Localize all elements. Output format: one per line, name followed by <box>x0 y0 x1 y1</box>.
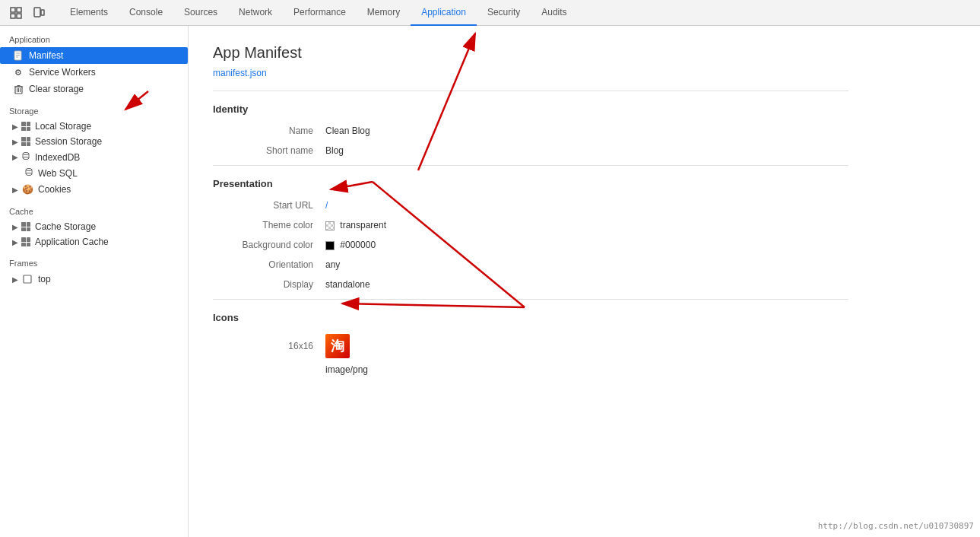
short-name-label: Short name <box>219 145 325 156</box>
web-sql-label: Web SQL <box>38 168 78 179</box>
sidebar-item-session-storage[interactable]: ▶ Session Storage <box>0 134 188 149</box>
inspect-element-button[interactable] <box>6 3 26 23</box>
bg-color-row: Background color #000000 <box>213 240 848 250</box>
svg-point-19 <box>23 157 29 160</box>
sidebar-item-top-frame[interactable]: ▶ top <box>0 271 188 288</box>
manifest-link[interactable]: manifest.json <box>213 68 267 78</box>
grid-icon-app-cache <box>21 237 30 246</box>
devtools-toolbar: Elements Console Sources Network Perform… <box>0 0 980 26</box>
start-url-row: Start URL / <box>213 200 848 211</box>
expand-arrow-app-cache: ▶ <box>12 238 18 246</box>
name-row: Name Clean Blog <box>213 126 848 136</box>
tab-performance[interactable]: Performance <box>283 0 357 26</box>
svg-rect-2 <box>11 14 15 18</box>
display-value: standalone <box>325 279 370 290</box>
svg-rect-4 <box>34 8 40 17</box>
storage-section: Storage ▶ Local Storage ▶ Session Storag… <box>0 100 188 198</box>
svg-point-16 <box>23 153 29 155</box>
sidebar-item-cookies[interactable]: ▶ 🍪 Cookies <box>0 181 188 198</box>
short-name-row: Short name Blog <box>213 145 848 156</box>
clear-storage-label: Clear storage <box>29 84 84 94</box>
name-value: Clean Blog <box>325 126 370 136</box>
grid-icon-cache-storage <box>21 222 30 231</box>
name-label: Name <box>219 126 325 136</box>
cylinder-icon-indexeddb <box>21 151 30 163</box>
svg-rect-24 <box>24 275 31 283</box>
start-url-label: Start URL <box>219 200 325 211</box>
manifest-label: Manifest <box>29 50 63 61</box>
local-storage-label: Local Storage <box>35 121 91 132</box>
icon-type-row: image/png <box>213 364 848 375</box>
black-swatch <box>325 241 335 250</box>
page-title: App Manifest <box>213 44 848 62</box>
transparent-swatch <box>325 221 335 230</box>
orientation-label: Orientation <box>219 259 325 270</box>
icon-size-label: 16x16 <box>219 341 325 351</box>
cookies-label: Cookies <box>38 184 71 195</box>
application-cache-label: Application Cache <box>35 237 109 247</box>
trash-icon <box>12 83 24 95</box>
cylinder-icon-web-sql <box>24 167 33 179</box>
display-label: Display <box>219 279 325 290</box>
grid-icon-local-storage <box>21 122 30 131</box>
expand-arrow-session-storage: ▶ <box>12 138 18 146</box>
svg-point-23 <box>26 173 32 176</box>
svg-rect-1 <box>17 8 21 12</box>
theme-color-row: Theme color transparent <box>213 220 848 230</box>
sidebar-item-manifest[interactable]: Manifest <box>0 47 188 64</box>
icons-section-heading: Icons <box>213 312 848 323</box>
theme-color-value: transparent <box>325 220 386 230</box>
tab-console[interactable]: Console <box>119 0 173 26</box>
expand-arrow-local-storage: ▶ <box>12 122 18 131</box>
service-workers-label: Service Workers <box>29 67 96 78</box>
storage-section-header: Storage <box>0 100 188 119</box>
sidebar-item-web-sql[interactable]: Web SQL <box>0 165 188 181</box>
frame-icon <box>21 273 33 285</box>
short-name-value: Blog <box>325 145 344 156</box>
tab-application[interactable]: Application <box>411 0 477 26</box>
svg-rect-3 <box>17 14 21 18</box>
sidebar-item-application-cache[interactable]: ▶ Application Cache <box>0 234 188 249</box>
presentation-section-heading: Presentation <box>213 178 848 189</box>
tab-network[interactable]: Network <box>228 0 283 26</box>
orientation-value: any <box>325 259 340 270</box>
icon-preview-row: 16x16 淘 <box>213 334 848 358</box>
sidebar-item-local-storage[interactable]: ▶ Local Storage <box>0 119 188 134</box>
cookie-icon: 🍪 <box>21 183 33 195</box>
cache-section: Cache ▶ Cache Storage ▶ Application Cach… <box>0 201 188 249</box>
expand-arrow-cookies: ▶ <box>12 186 18 194</box>
tab-sources[interactable]: Sources <box>173 0 228 26</box>
document-icon <box>12 49 24 62</box>
icon-type-value: image/png <box>325 364 368 375</box>
sidebar-item-cache-storage[interactable]: ▶ Cache Storage <box>0 219 188 234</box>
top-frame-label: top <box>38 274 51 284</box>
devtools-tabs: Elements Console Sources Network Perform… <box>59 0 578 26</box>
cache-section-header: Cache <box>0 201 188 219</box>
svg-rect-5 <box>41 10 44 15</box>
sidebar: Application Manifest ⚙ Service Workers <box>0 26 189 537</box>
toolbar-icon-group <box>6 3 49 23</box>
sidebar-item-indexeddb[interactable]: ▶ IndexedDB <box>0 149 188 165</box>
icon-image: 淘 <box>325 334 350 358</box>
frames-section: Frames ▶ top <box>0 253 188 288</box>
gear-icon: ⚙ <box>12 66 24 78</box>
expand-arrow-cache-storage: ▶ <box>12 223 18 231</box>
tab-audits[interactable]: Audits <box>531 0 577 26</box>
content-area: App Manifest manifest.json Identity Name… <box>189 26 980 537</box>
sidebar-item-clear-storage[interactable]: Clear storage <box>0 81 188 97</box>
display-row: Display standalone <box>213 279 848 290</box>
expand-arrow-top: ▶ <box>12 275 18 284</box>
indexeddb-label: IndexedDB <box>35 152 80 163</box>
main-layout: Application Manifest ⚙ Service Workers <box>0 26 980 537</box>
sidebar-item-service-workers[interactable]: ⚙ Service Workers <box>0 64 188 81</box>
tab-security[interactable]: Security <box>477 0 531 26</box>
device-toggle-button[interactable] <box>29 3 49 23</box>
theme-color-label: Theme color <box>219 220 325 230</box>
bg-color-label: Background color <box>219 240 325 250</box>
identity-section-heading: Identity <box>213 103 848 115</box>
session-storage-label: Session Storage <box>35 136 102 147</box>
expand-arrow-indexeddb: ▶ <box>12 153 18 161</box>
tab-elements[interactable]: Elements <box>59 0 119 26</box>
watermark: http://blog.csdn.net/u010730897 <box>818 521 974 531</box>
tab-memory[interactable]: Memory <box>357 0 411 26</box>
